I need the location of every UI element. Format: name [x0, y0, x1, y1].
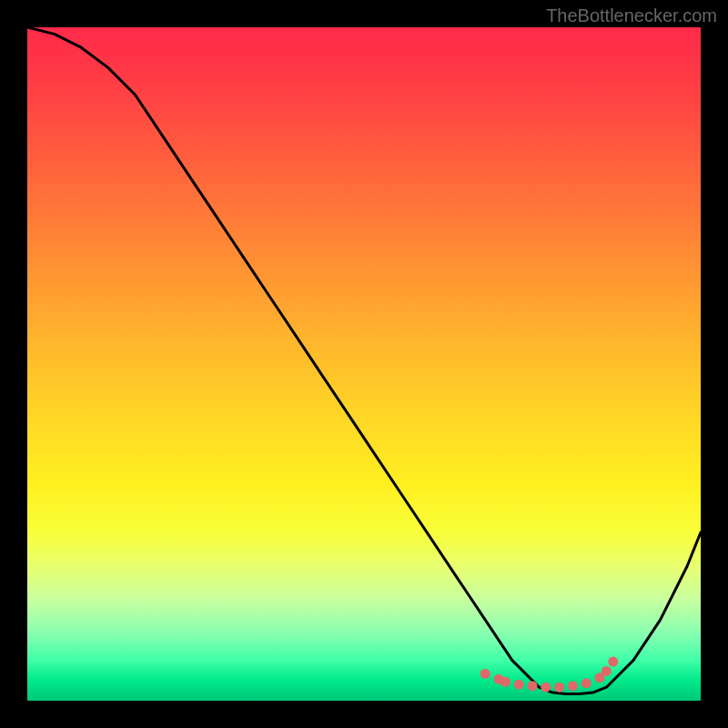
marker-dot [568, 681, 578, 691]
watermark-text: TheBottlenecker.com [546, 5, 717, 26]
chart-container [27, 27, 701, 701]
marker-dot [602, 666, 612, 676]
marker-dot [608, 657, 618, 667]
chart-svg [27, 27, 701, 701]
marker-dot [500, 677, 511, 687]
bottleneck-curve [27, 27, 701, 694]
marker-dot [554, 682, 564, 693]
marker-dot [541, 682, 551, 693]
marker-dot [480, 669, 490, 679]
marker-dot [514, 680, 524, 690]
marker-dot [528, 681, 538, 691]
marker-dot [581, 678, 592, 688]
curve-markers [480, 657, 619, 693]
